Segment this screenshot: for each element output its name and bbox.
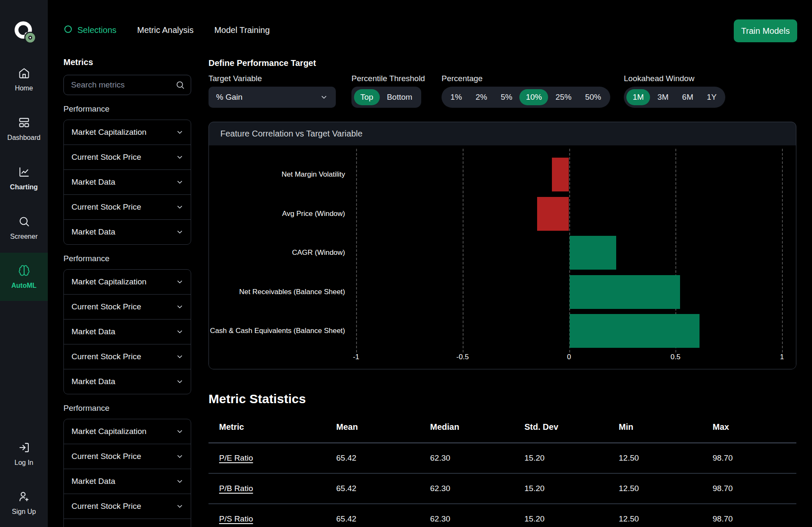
- tab-metric-analysis[interactable]: Metric Analysis: [137, 25, 193, 35]
- table-row-p-e-ratio: P/E Ratio65.4262.3015.2012.5098.70: [208, 443, 796, 473]
- metric-item[interactable]: Current Stock Price: [64, 494, 191, 519]
- metric-link-p-b-ratio[interactable]: P/B Ratio: [219, 484, 253, 493]
- stat-cell: 15.20: [524, 504, 619, 527]
- chevron-down-icon: [176, 203, 184, 211]
- sidebar-item-screener[interactable]: Screener: [0, 204, 48, 252]
- metric-item[interactable]: Current Stock Price: [64, 294, 191, 319]
- metric-item[interactable]: Market Data: [64, 519, 191, 527]
- percentile-option-bottom[interactable]: Bottom: [381, 89, 419, 105]
- metric-item[interactable]: Current Stock Price: [64, 194, 191, 219]
- metric-list-3: Market Capitalization Current Stock Pric…: [63, 419, 191, 527]
- chevron-down-icon: [176, 228, 184, 236]
- lookahead-option-1m[interactable]: 1M: [626, 89, 650, 105]
- lookahead-option-3m[interactable]: 3M: [651, 89, 675, 105]
- metric-item-label: Current Stock Price: [71, 153, 141, 162]
- metric-link-p-e-ratio[interactable]: P/E Ratio: [219, 453, 253, 462]
- percentage-option-25[interactable]: 25%: [549, 89, 578, 105]
- metric-list-2: Market Capitalization Current Stock Pric…: [63, 269, 191, 394]
- stat-cell: 62.30: [430, 504, 524, 527]
- bar-avg-price-window: [537, 197, 569, 231]
- target-variable-group: Target Variable % Gain: [208, 74, 336, 108]
- metric-link-p-s-ratio[interactable]: P/S Ratio: [219, 514, 253, 523]
- sidebar-item-label: AutoML: [11, 282, 37, 289]
- percentage-option-50[interactable]: 50%: [579, 89, 607, 105]
- stat-cell: 12.50: [619, 473, 713, 504]
- lookahead-option-6m[interactable]: 6M: [676, 89, 700, 105]
- percentile-toggle: TopBottom: [351, 87, 421, 108]
- metrics-panel-title: Metrics: [63, 57, 191, 67]
- stat-cell: 65.42: [336, 443, 430, 473]
- metric-item-label: Market Capitalization: [71, 277, 146, 287]
- category-label-cash-cash-equivalents-balance-sheet: Cash & Cash Equivalents (Balance Sheet): [209, 326, 345, 336]
- search-icon: [18, 216, 30, 229]
- sidebar-item-log-in[interactable]: Log In: [0, 430, 48, 478]
- metric-item[interactable]: Current Stock Price: [64, 444, 191, 469]
- metric-group-header: Performance: [63, 104, 191, 114]
- metric-item[interactable]: Market Capitalization: [64, 419, 191, 444]
- x-tick-label: -1: [353, 353, 359, 361]
- circle-icon: [63, 25, 73, 36]
- metric-item-label: Current Stock Price: [71, 302, 141, 311]
- percentage-option-5[interactable]: 5%: [494, 89, 518, 105]
- search-icon: [176, 80, 185, 90]
- percentage-toggle: 1%2%5%10%25%50%: [442, 87, 610, 108]
- metric-item[interactable]: Market Capitalization: [64, 120, 191, 145]
- metric-item-label: Market Data: [71, 477, 115, 486]
- metric-item[interactable]: Market Data: [64, 169, 191, 194]
- percentage-option-2[interactable]: 2%: [469, 89, 493, 105]
- chevron-down-icon: [176, 278, 184, 286]
- tab-model-training[interactable]: Model Training: [214, 25, 270, 35]
- target-variable-label: Target Variable: [208, 74, 336, 84]
- stat-cell: 62.30: [430, 473, 524, 504]
- stat-cell: 62.30: [430, 443, 524, 473]
- feature-correlation-chart: -1-0.500.51Net Margin VolatilityAvg Pric…: [209, 145, 796, 369]
- metric-item[interactable]: Current Stock Price: [64, 145, 191, 169]
- dashboard-icon: [18, 117, 30, 130]
- chart-title: Feature Correlation vs Target Variable: [209, 122, 796, 145]
- metric-item[interactable]: Market Data: [64, 469, 191, 494]
- user-plus-icon: [18, 491, 30, 504]
- metric-item[interactable]: Market Data: [64, 219, 191, 244]
- percentage-option-10[interactable]: 10%: [519, 89, 548, 105]
- chevron-down-icon: [176, 477, 184, 486]
- sidebar-item-sign-up[interactable]: Sign Up: [0, 479, 48, 527]
- sidebar-item-label: Charting: [10, 183, 38, 191]
- percentage-label: Percentage: [442, 74, 610, 84]
- lookahead-option-1y[interactable]: 1Y: [700, 89, 723, 105]
- metric-statistics-heading: Metric Statistics: [208, 392, 306, 406]
- column-header-mean: Mean: [336, 411, 430, 443]
- sidebar-item-label: Log In: [14, 459, 33, 467]
- bar-cagr-window: [570, 236, 617, 270]
- metric-item[interactable]: Market Data: [64, 319, 191, 344]
- table-row-p-s-ratio: P/S Ratio65.4262.3015.2012.5098.70: [208, 504, 796, 527]
- percentile-option-top[interactable]: Top: [354, 89, 380, 105]
- column-header-max: Max: [713, 411, 796, 443]
- nav-tab-label: Model Training: [214, 25, 270, 35]
- category-label-net-receivables-balance-sheet: Net Receivables (Balance Sheet): [209, 287, 345, 297]
- sidebar-item-charting[interactable]: Charting: [0, 154, 48, 202]
- sidebar-item-automl[interactable]: AutoML: [0, 253, 48, 301]
- metric-item[interactable]: Market Capitalization: [64, 270, 191, 294]
- metrics-panel: Metrics Performance Market Capitalizatio…: [63, 55, 191, 527]
- metric-name-cell: P/E Ratio: [208, 443, 336, 473]
- tab-selections[interactable]: Selections: [63, 25, 116, 36]
- stat-cell: 12.50: [619, 443, 713, 473]
- target-variable-select[interactable]: % Gain: [208, 87, 336, 108]
- bar-cash-cash-equivalents-balance-sheet: [570, 314, 700, 348]
- train-models-button[interactable]: Train Models: [734, 19, 797, 42]
- sidebar-item-dashboard[interactable]: Dashboard: [0, 105, 48, 153]
- metric-name-cell: P/S Ratio: [208, 504, 336, 527]
- percentage-group: Percentage 1%2%5%10%25%50%: [442, 74, 610, 108]
- category-label-cagr-window: CAGR (Window): [209, 248, 345, 258]
- percentage-option-1[interactable]: 1%: [444, 89, 468, 105]
- metric-item[interactable]: Market Data: [64, 369, 191, 394]
- main-content: Define Performance Target Target Variabl…: [208, 55, 796, 527]
- app-root: Home Dashboard Charting Screener AutoML …: [0, 0, 812, 527]
- sidebar-item-home[interactable]: Home: [0, 55, 48, 104]
- lookahead-window-label: Lookahead Window: [624, 74, 725, 84]
- chevron-down-icon: [176, 427, 184, 436]
- search-input[interactable]: [64, 75, 191, 95]
- x-tick-label: 1: [780, 353, 784, 361]
- metric-item[interactable]: Current Stock Price: [64, 344, 191, 369]
- metric-group-header: Performance: [63, 254, 191, 263]
